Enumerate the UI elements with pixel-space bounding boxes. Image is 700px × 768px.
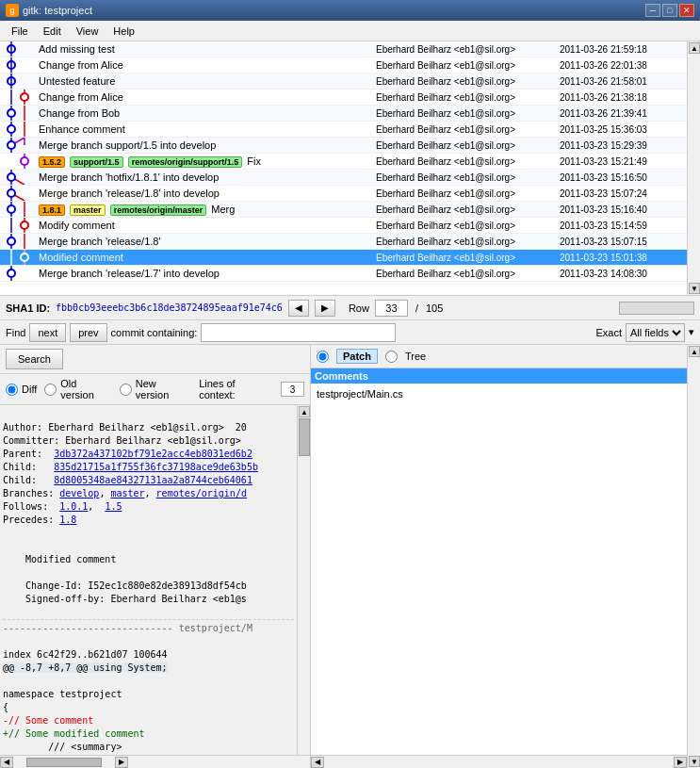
search-button[interactable]: Search <box>6 349 63 369</box>
master-link[interactable]: master <box>110 488 144 498</box>
commit-row[interactable]: Enhance comment Eberhard Beilharz <eb1@s… <box>0 122 687 138</box>
row-total: 105 <box>426 302 443 314</box>
scroll-left-btn[interactable]: ◀ <box>0 757 13 768</box>
close-button[interactable]: ✕ <box>679 4 694 17</box>
file-item[interactable]: testproject/Main.cs <box>315 387 683 400</box>
commit-row[interactable]: Merge branch 'release/1.8' Eberhard Beil… <box>0 234 687 250</box>
patch-tree-row: Patch Tree <box>311 345 687 368</box>
right-panel: Patch Tree Comments testproject/Main.cs … <box>311 345 687 768</box>
diff-scroll[interactable]: Author: Eberhard Beilharz <eb1@sil.org> … <box>0 405 297 755</box>
context-lines-input[interactable] <box>281 382 304 397</box>
diff-text: Author: Eberhard Beilharz <eb1@sil.org> … <box>0 405 297 755</box>
new-version-radio-input[interactable] <box>120 384 132 396</box>
commit-row[interactable]: Change from Alice Eberhard Beilharz <eb1… <box>0 90 687 106</box>
right-scroll-down[interactable]: ▼ <box>689 756 700 767</box>
new-version-radio[interactable]: New version <box>120 378 191 400</box>
commit-row[interactable]: 1.5.2 support/1.5 remotes/origin/support… <box>0 154 687 170</box>
diff-line-branches: Branches: develop, master, remotes/origi… <box>3 488 247 498</box>
commit-row[interactable]: Modify comment Eberhard Beilharz <eb1@si… <box>0 218 687 234</box>
commit-row[interactable]: Merge branch 'release/1.8' into develop … <box>0 186 687 202</box>
right-vscroll[interactable]: ▲ ▼ <box>687 345 700 768</box>
follows-101-link[interactable]: 1.0.1 <box>59 501 88 512</box>
precedes-18-link[interactable]: 1.8 <box>59 515 76 525</box>
branch-label-support: support/1.5 <box>70 156 123 168</box>
commit-row[interactable]: Change from Alice Eberhard Beilharz <eb1… <box>0 57 687 74</box>
commit-author: Eberhard Beilharz <eb1@sil.org> <box>376 140 560 151</box>
comments-header: Comments <box>311 368 687 384</box>
diff-radio[interactable]: Diff <box>6 384 37 396</box>
sha-value[interactable]: fbb0cb93eeebc3b6c18de38724895eaaf91e74c6 <box>56 302 283 313</box>
commit-row-selected[interactable]: Modified comment Eberhard Beilharz <eb1@… <box>0 250 687 266</box>
scroll-thumb[interactable] <box>299 418 310 456</box>
tree-label[interactable]: Tree <box>405 351 426 362</box>
branch-label-origin-support: remotes/origin/support/1.5 <box>128 156 243 168</box>
patch-label[interactable]: Patch <box>336 349 378 364</box>
develop-link[interactable]: develop <box>59 488 99 498</box>
diff-commit-message: Modified comment <box>3 554 116 564</box>
commit-author: Eberhard Beilharz <eb1@sil.org> <box>376 60 560 71</box>
right-scroll-up[interactable]: ▲ <box>689 346 700 357</box>
commit-author: Eberhard Beilharz <eb1@sil.org> <box>376 204 560 215</box>
old-version-label: Old version <box>60 378 112 400</box>
diff-index: index 6c42f29..b621d07 100644 <box>3 649 168 660</box>
commit-date: 2011-03-26 21:38:18 <box>560 92 687 103</box>
old-version-radio[interactable]: Old version <box>44 378 112 400</box>
forward-button[interactable]: ▶ <box>315 300 335 317</box>
diff-separator: ------------------------------ testproje… <box>3 619 294 635</box>
back-button[interactable]: ◀ <box>288 300 309 317</box>
menu-edit[interactable]: Edit <box>36 24 69 39</box>
commit-row[interactable]: 1.8.1 master remotes/origin/master Merg … <box>0 202 687 218</box>
find-scope-select[interactable]: All fields <box>626 323 685 342</box>
commit-row[interactable]: Merge branch support/1.5 into develop Eb… <box>0 138 687 154</box>
old-version-radio-input[interactable] <box>44 384 57 396</box>
commit-author-selected: Eberhard Beilharz <eb1@sil.org> <box>376 253 560 263</box>
branch-label-master: master <box>70 204 106 216</box>
commit-message: Modify comment <box>35 220 376 231</box>
menu-help[interactable]: Help <box>106 24 142 39</box>
find-row: Find next prev commit containing: Exact … <box>0 320 700 345</box>
diff-summary1: /// <summary> <box>3 742 122 752</box>
origin-link[interactable]: remotes/origin/d <box>156 488 247 498</box>
menu-file[interactable]: File <box>4 24 36 39</box>
parent-hash-link[interactable]: 3db372a437102bf791e2acc4eb8031ed6b2 <box>54 449 252 459</box>
child2-hash-link[interactable]: 8d8005348ae84327131aa2a8744ceb64061 <box>54 475 252 485</box>
menu-bar: File Edit View Help <box>0 21 700 41</box>
diff-vscroll[interactable]: ▲ <box>297 405 310 755</box>
maximize-button[interactable]: □ <box>662 4 677 17</box>
sha-scrollbar[interactable] <box>619 302 694 315</box>
commit-author: Eberhard Beilharz <eb1@sil.org> <box>376 188 560 199</box>
hscroll-thumb[interactable] <box>26 758 102 767</box>
find-dropdown-arrow: ▾ <box>689 326 694 338</box>
commit-date: 2011-03-26 21:59:18 <box>560 44 687 55</box>
right-hscroll[interactable]: ◀ ▶ <box>311 755 687 768</box>
diff-radio-input[interactable] <box>6 384 18 396</box>
right-scroll-right[interactable]: ▶ <box>674 757 687 768</box>
patch-radio[interactable] <box>317 351 329 363</box>
left-hscroll[interactable]: ◀ ▶ <box>0 755 310 768</box>
menu-view[interactable]: View <box>69 24 106 39</box>
commit-date: 2011-03-26 21:39:41 <box>560 108 687 119</box>
tree-radio[interactable] <box>385 351 398 363</box>
commit-row[interactable]: Change from Bob Eberhard Beilharz <eb1@s… <box>0 106 687 122</box>
commit-author: Eberhard Beilharz <eb1@sil.org> <box>376 237 560 247</box>
next-button[interactable]: next <box>29 323 66 342</box>
prev-button[interactable]: prev <box>70 323 106 342</box>
child1-hash-link[interactable]: 835d21715a1f755f36fc37198ace9de63b5b <box>54 462 258 472</box>
follows-15-link[interactable]: 1.5 <box>105 501 122 512</box>
commit-date: 2011-03-23 14:08:30 <box>560 269 687 279</box>
commit-row[interactable]: Add missing test Eberhard Beilharz <eb1@… <box>0 41 687 57</box>
row-input[interactable] <box>375 300 408 317</box>
scroll-up-btn[interactable]: ▲ <box>299 406 310 417</box>
lines-context-label: Lines of context: <box>199 378 273 400</box>
diff-line-parent: Parent: 3db372a437102bf791e2acc4eb8031ed… <box>3 449 252 459</box>
commit-row[interactable]: Untested feature Eberhard Beilharz <eb1@… <box>0 74 687 90</box>
commit-row[interactable]: Merge branch 'release/1.7' into develop … <box>0 266 687 282</box>
find-input[interactable] <box>201 323 396 342</box>
scroll-right-btn[interactable]: ▶ <box>115 757 128 768</box>
minimize-button[interactable]: ─ <box>645 4 660 17</box>
commit-date: 2011-03-23 15:16:50 <box>560 172 687 183</box>
commit-scrollbar[interactable]: ▲ ▼ <box>687 41 700 295</box>
right-scroll-left[interactable]: ◀ <box>311 757 324 768</box>
commit-row[interactable]: Merge branch 'hotfix/1.8.1' into develop… <box>0 170 687 186</box>
diff-content-area: Author: Eberhard Beilharz <eb1@sil.org> … <box>0 405 310 755</box>
